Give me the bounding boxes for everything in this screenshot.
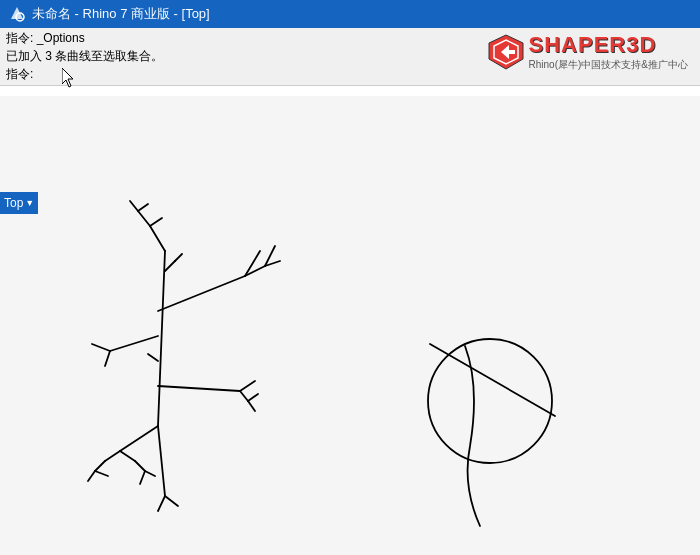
svg-line-36 (158, 496, 165, 511)
circle-drawing (428, 339, 555, 526)
svg-line-30 (88, 471, 95, 481)
svg-line-17 (150, 218, 162, 226)
logo-area: SHAPER3D Rhino(犀牛)中国技术支持&推广中心 (483, 28, 692, 76)
svg-line-23 (240, 391, 248, 401)
svg-line-29 (95, 471, 108, 476)
svg-line-39 (165, 261, 175, 271)
title-text: 未命名 - Rhino 7 商业版 - [Top] (32, 5, 210, 23)
shaper-logo-icon (487, 33, 525, 71)
svg-line-25 (248, 401, 255, 411)
svg-point-41 (428, 339, 552, 463)
svg-line-31 (120, 451, 135, 461)
logo-text-group: SHAPER3D Rhino(犀牛)中国技术支持&推广中心 (529, 32, 688, 72)
logo-subtitle: Rhino(犀牛)中国技术支持&推广中心 (529, 58, 688, 72)
svg-line-38 (148, 354, 158, 361)
svg-line-28 (95, 461, 105, 471)
title-bar: 未命名 - Rhino 7 商业版 - [Top] (0, 0, 700, 28)
svg-line-8 (158, 276, 245, 311)
svg-line-35 (158, 426, 165, 496)
svg-line-19 (92, 344, 110, 351)
svg-line-13 (150, 226, 165, 251)
svg-line-34 (140, 471, 145, 484)
svg-line-14 (138, 211, 150, 226)
svg-line-15 (130, 201, 138, 211)
svg-line-16 (138, 204, 148, 211)
command-area: SHAPER3D Rhino(犀牛)中国技术支持&推广中心 指令: _Optio… (0, 28, 700, 86)
svg-line-26 (120, 426, 158, 451)
svg-line-42 (430, 344, 555, 416)
svg-line-27 (105, 451, 120, 461)
drawing-canvas (0, 96, 700, 555)
svg-line-21 (158, 386, 240, 391)
svg-line-33 (145, 471, 155, 476)
svg-line-37 (165, 496, 178, 506)
svg-line-22 (240, 381, 255, 391)
svg-line-32 (135, 461, 145, 471)
command-label: 指令: (6, 67, 33, 81)
svg-line-40 (175, 254, 182, 261)
app-icon (8, 5, 26, 23)
tree-drawing (88, 201, 280, 511)
logo-icon-wrapper: SHAPER3D Rhino(犀牛)中国技术支持&推广中心 (487, 32, 688, 72)
svg-line-20 (105, 351, 110, 366)
logo-shaper-text: SHAPER3D (529, 32, 688, 58)
svg-line-24 (248, 394, 258, 401)
viewport[interactable]: Top ▼ (0, 96, 700, 555)
svg-line-18 (110, 336, 158, 351)
svg-line-7 (158, 251, 165, 426)
